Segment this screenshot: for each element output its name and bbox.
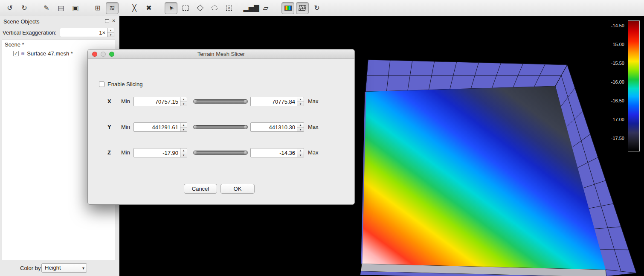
stepper-up-icon[interactable]: ▴ — [107, 28, 114, 33]
stepper-down-icon[interactable]: ▾ — [180, 153, 187, 157]
panel-title: Scene Objects — [3, 18, 40, 26]
enable-slicing-row: Enable Slicing — [99, 81, 142, 87]
z-min-input[interactable] — [134, 148, 180, 157]
table-grid-button[interactable]: ⊞ — [91, 2, 104, 14]
colorbar-tick-label: -15.50 — [611, 61, 624, 66]
close-window-button[interactable] — [92, 52, 97, 57]
vertical-exaggeration-label: Vertical Exaggeration: — [3, 29, 56, 37]
edit-document-button[interactable]: ✎ — [40, 2, 53, 14]
rotate-view-cw-icon: ↻ — [21, 5, 27, 12]
ok-button[interactable]: OK — [220, 184, 255, 194]
colorbar-gradient — [628, 20, 640, 151]
measure-button[interactable]: ▱ — [259, 2, 272, 14]
color-by-dropdown[interactable]: Height ▾ — [41, 263, 87, 273]
rotate-view-ccw-icon: ↺ — [7, 5, 12, 12]
dialog-body: Enable Slicing X Min ▴ ▾ ▴ ▾ Max — [88, 59, 354, 205]
tree-item-label: Surface-47.mesh * — [27, 50, 73, 57]
measure-icon: ▱ — [263, 5, 268, 12]
stepper-up-icon[interactable]: ▴ — [180, 123, 187, 128]
stepper-down-icon[interactable]: ▾ — [297, 102, 304, 106]
float-panel-icon[interactable] — [105, 19, 109, 23]
y-max-stepper[interactable]: ▴ ▾ — [297, 123, 304, 131]
wireframe-grid-button[interactable] — [296, 2, 309, 14]
table-grid-icon: ⊞ — [95, 5, 100, 12]
save-button[interactable]: ▣ — [69, 2, 82, 14]
stepper-down-icon[interactable]: ▾ — [297, 153, 304, 157]
clear-selection-button[interactable]: ✕ — [223, 2, 235, 14]
ellipse-select-button[interactable] — [208, 2, 221, 14]
select-cursor-icon: ➤ — [167, 4, 175, 12]
document-icon: ▤ — [58, 5, 64, 12]
x-min-stepper[interactable]: ▴ ▾ — [180, 97, 187, 106]
edit-document-icon: ✎ — [44, 5, 49, 12]
terrain-mesh-slicer-dialog: Terrain Mesh Slicer Enable Slicing X Min… — [87, 49, 355, 205]
y-min-input[interactable] — [134, 123, 180, 131]
mesh-surface-icon: ≋ — [109, 5, 115, 12]
panel-controls: ✕ — [105, 19, 116, 23]
rect-select-icon — [183, 6, 189, 11]
stepper-down-icon[interactable]: ▾ — [180, 128, 187, 132]
slice-row-z: Z Min ▴ ▾ ▴ ▾ Max — [88, 148, 355, 158]
stepper-up-icon[interactable]: ▴ — [180, 97, 187, 102]
x-max-stepper[interactable]: ▴ ▾ — [297, 97, 304, 106]
select-cursor-button[interactable]: ➤ — [165, 2, 177, 14]
y-min-field-group: ▴ ▾ — [133, 122, 187, 132]
y-max-input[interactable] — [251, 123, 297, 131]
z-max-label: Max — [308, 148, 319, 158]
z-min-stepper[interactable]: ▴ ▾ — [180, 148, 187, 157]
dialog-titlebar[interactable]: Terrain Mesh Slicer — [88, 49, 354, 59]
stepper-up-icon[interactable]: ▴ — [180, 148, 187, 153]
z-max-stepper[interactable]: ▴ ▾ — [297, 148, 304, 157]
orbit-rotate-button[interactable]: ↻ — [310, 2, 323, 14]
window-controls — [92, 52, 114, 57]
z-max-input[interactable] — [251, 148, 297, 157]
zoom-window-button[interactable] — [109, 52, 114, 57]
wireframe-grid-icon — [299, 5, 306, 11]
histogram-button[interactable]: ▂▅▇ — [245, 2, 258, 14]
colorbar-tick-label: -16.00 — [611, 79, 624, 84]
colorbar-tick-label: -16.50 — [611, 98, 624, 103]
colormap-button[interactable] — [281, 2, 294, 14]
main-toolbar: ↺↻✎▤▣⊞≋╳✖➤✕▂▅▇▱↻ — [0, 0, 644, 16]
stepper-up-icon[interactable]: ▴ — [297, 148, 304, 153]
transform-scale-button[interactable]: ✖ — [142, 2, 155, 14]
chevron-down-icon: ▾ — [82, 265, 84, 272]
colorbar-tick-label: -17.50 — [611, 136, 624, 141]
colorbar-ticks: -14.50-15.00-15.50-16.00-16.50-17.00-17.… — [595, 20, 624, 151]
stepper-up-icon[interactable]: ▴ — [297, 97, 304, 102]
x-max-input[interactable] — [251, 97, 297, 106]
z-range-slider[interactable] — [193, 151, 248, 155]
x-min-input[interactable] — [134, 97, 180, 106]
stepper-up-icon[interactable]: ▴ — [297, 123, 304, 128]
x-min-field-group: ▴ ▾ — [133, 97, 187, 106]
rect-select-button[interactable] — [179, 2, 192, 14]
stepper-down-icon[interactable]: ▾ — [107, 33, 114, 37]
axis-x-label: X — [107, 96, 111, 107]
x-range-slider[interactable] — [193, 99, 248, 104]
cancel-button[interactable]: Cancel — [184, 184, 217, 194]
colorbar-tick-label: -17.00 — [611, 117, 624, 122]
y-max-field-group: ▴ ▾ — [250, 122, 304, 132]
minimize-window-button[interactable] — [101, 52, 106, 57]
stepper-down-icon[interactable]: ▾ — [297, 128, 304, 132]
y-range-slider[interactable] — [193, 125, 248, 129]
x-min-label: Min — [121, 96, 130, 107]
dialog-title: Terrain Mesh Slicer — [197, 51, 245, 57]
polygon-select-button[interactable] — [194, 2, 206, 14]
tree-root-scene[interactable]: Scene * — [2, 40, 115, 49]
transform-axes-button[interactable]: ╳ — [128, 2, 141, 14]
tree-item-checkbox[interactable]: ✓ — [13, 51, 19, 56]
enable-slicing-checkbox[interactable] — [99, 81, 104, 87]
x-max-field-group: ▴ ▾ — [250, 97, 304, 106]
stepper-down-icon[interactable]: ▾ — [180, 102, 187, 106]
histogram-icon: ▂▅▇ — [244, 5, 259, 12]
rotate-view-ccw-button[interactable]: ↺ — [3, 2, 16, 14]
mesh-surface-button[interactable]: ≋ — [106, 2, 119, 14]
close-panel-icon[interactable]: ✕ — [112, 19, 116, 23]
vertical-exaggeration-input[interactable] — [60, 28, 107, 37]
y-min-stepper[interactable]: ▴ ▾ — [180, 123, 187, 131]
document-button[interactable]: ▤ — [55, 2, 67, 14]
vertical-exaggeration-stepper[interactable]: ▴ ▾ — [107, 28, 114, 37]
transform-axes-icon: ╳ — [132, 5, 136, 12]
rotate-view-cw-button[interactable]: ↻ — [18, 2, 31, 14]
